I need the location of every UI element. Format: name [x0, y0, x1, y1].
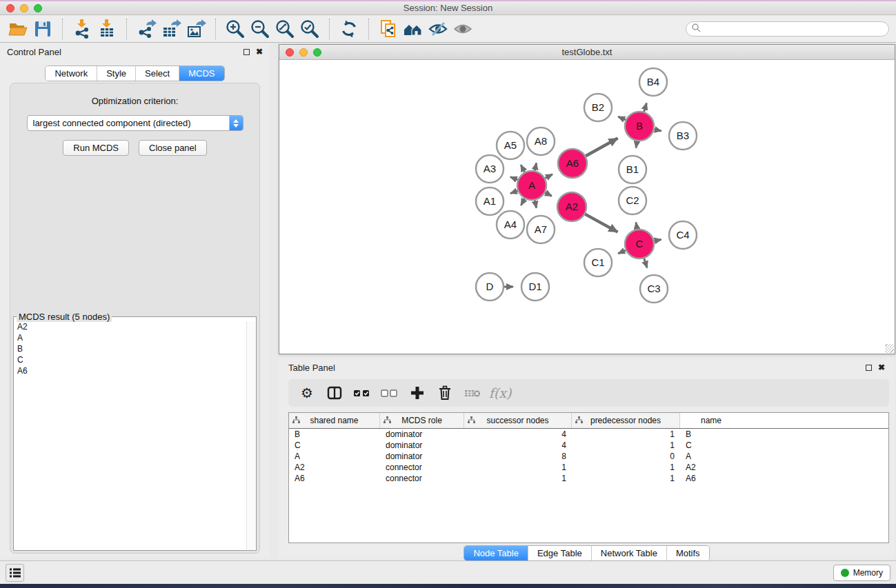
- graph-node-A[interactable]: A: [517, 171, 546, 200]
- graph-edge-C-C4[interactable]: [655, 239, 661, 241]
- graph-edge-A-A4[interactable]: [521, 199, 524, 205]
- table-cell[interactable]: 8: [464, 451, 572, 462]
- network-home-icon[interactable]: [401, 18, 426, 40]
- network-window-titlebar[interactable]: testGlobe.txt: [279, 45, 895, 60]
- table-cell[interactable]: [742, 429, 888, 440]
- graph-edge-A2-C[interactable]: [585, 214, 617, 232]
- graph-edge-A-A6[interactable]: [545, 174, 552, 179]
- graph-node-D[interactable]: D: [476, 273, 504, 301]
- tab-style[interactable]: Style: [97, 66, 135, 81]
- zoom-selected-icon[interactable]: [297, 18, 322, 40]
- run-mcds-button[interactable]: Run MCDS: [63, 140, 129, 156]
- graph-node-A5[interactable]: A5: [497, 132, 524, 159]
- mcds-result-item[interactable]: A2: [14, 321, 246, 332]
- graph-edge-A-A8[interactable]: [535, 163, 536, 170]
- float-panel-icon[interactable]: [243, 49, 250, 55]
- tab-mcds[interactable]: MCDS: [179, 66, 223, 81]
- table-row[interactable]: Cdominator41C: [289, 440, 888, 451]
- table-cell[interactable]: A2: [680, 462, 742, 473]
- table-cell[interactable]: 1: [464, 473, 572, 484]
- column-header-mcds-role[interactable]: MCDS role: [380, 413, 464, 428]
- table-cell[interactable]: dominator: [380, 429, 464, 440]
- table-cell[interactable]: connector: [380, 462, 464, 473]
- table-cell[interactable]: 1: [572, 429, 680, 440]
- zoom-fit-icon[interactable]: [272, 18, 297, 40]
- export-table-icon[interactable]: [159, 18, 183, 40]
- graph-edge-C-C3[interactable]: [644, 258, 647, 268]
- select-all-icon[interactable]: [353, 384, 371, 402]
- graph-edge-B-B1[interactable]: [636, 141, 637, 148]
- export-image-icon[interactable]: [183, 18, 208, 40]
- graph-node-A3[interactable]: A3: [476, 155, 504, 183]
- graph-node-B4[interactable]: B4: [639, 68, 667, 96]
- graph-edge-A-A5[interactable]: [521, 165, 525, 172]
- tab-network[interactable]: Network: [46, 66, 97, 81]
- graph-edge-C-C1[interactable]: [618, 250, 626, 254]
- clone-network-icon[interactable]: [376, 18, 401, 40]
- graph-node-B3[interactable]: B3: [669, 122, 697, 150]
- column-header-successor-nodes[interactable]: successor nodes: [464, 413, 572, 428]
- table-row[interactable]: Bdominator41B: [289, 429, 888, 440]
- table-row[interactable]: Adominator80A: [289, 451, 888, 462]
- graph-node-C2[interactable]: C2: [619, 187, 646, 214]
- task-history-button[interactable]: [6, 564, 24, 582]
- table-cell[interactable]: dominator: [380, 440, 464, 451]
- zoom-out-icon[interactable]: [248, 18, 272, 40]
- table-row[interactable]: A2connector11A2: [289, 462, 888, 473]
- close-panel-button[interactable]: Close panel: [139, 140, 207, 156]
- close-panel-icon[interactable]: ✖: [878, 364, 885, 371]
- deselect-all-icon[interactable]: [381, 384, 399, 402]
- graph-edge-A-A7[interactable]: [535, 201, 536, 208]
- graph-node-C[interactable]: C: [625, 230, 654, 258]
- column-layout-icon[interactable]: [326, 384, 344, 402]
- close-panel-icon[interactable]: ✖: [256, 48, 263, 55]
- graph-node-A1[interactable]: A1: [476, 187, 504, 215]
- table-cell[interactable]: C: [680, 440, 742, 451]
- tab-motifs[interactable]: Motifs: [666, 546, 709, 560]
- table-cell[interactable]: dominator: [380, 451, 464, 462]
- graph-edge-A-A1[interactable]: [510, 191, 517, 194]
- open-file-icon[interactable]: [6, 18, 30, 40]
- import-table-icon[interactable]: [94, 18, 119, 40]
- settings-gear-icon[interactable]: ⚙: [298, 384, 316, 402]
- mcds-result-scrollbar[interactable]: [246, 321, 255, 549]
- graph-node-A8[interactable]: A8: [527, 128, 555, 155]
- table-cell[interactable]: 1: [572, 440, 680, 451]
- graph-edge-C-C2[interactable]: [636, 223, 637, 230]
- graph-node-C1[interactable]: C1: [584, 249, 612, 276]
- graph-node-A2[interactable]: A2: [557, 192, 586, 221]
- graph-node-C4[interactable]: C4: [669, 221, 697, 249]
- tab-edge-table[interactable]: Edge Table: [528, 546, 591, 560]
- table-cell[interactable]: B: [289, 429, 380, 440]
- table-cell[interactable]: [742, 462, 888, 473]
- column-header-name[interactable]: name: [680, 413, 742, 428]
- table-cell[interactable]: A6: [680, 473, 742, 484]
- refresh-icon[interactable]: [337, 18, 361, 40]
- table-cell[interactable]: 1: [464, 462, 572, 473]
- graph-node-B1[interactable]: B1: [619, 156, 646, 183]
- add-column-icon[interactable]: [408, 384, 426, 402]
- tab-network-table[interactable]: Network Table: [591, 546, 666, 560]
- column-header-shared-name[interactable]: shared name: [289, 413, 380, 428]
- table-cell[interactable]: A2: [289, 462, 380, 473]
- table-cell[interactable]: [742, 473, 888, 484]
- table-cell[interactable]: 0: [572, 451, 680, 462]
- graph-node-B2[interactable]: B2: [584, 94, 612, 121]
- graph-edge-B-B4[interactable]: [644, 103, 647, 112]
- table-cell[interactable]: 4: [464, 440, 572, 451]
- column-header-predecessor-nodes[interactable]: predecessor nodes: [572, 413, 680, 428]
- network-graph[interactable]: B4B2BB3A5A8A6B1A3AA1C2A2A4A7C4CC1C3DD1: [279, 60, 895, 354]
- hide-selected-icon[interactable]: [426, 18, 450, 40]
- criterion-dropdown[interactable]: largest connected component (directed): [27, 115, 243, 131]
- delete-column-icon[interactable]: [436, 384, 454, 402]
- graph-node-A4[interactable]: A4: [497, 211, 524, 239]
- table-cell[interactable]: 1: [572, 462, 680, 473]
- tab-select[interactable]: Select: [135, 66, 179, 81]
- mcds-result-item[interactable]: B: [14, 343, 246, 354]
- zoom-in-icon[interactable]: [223, 18, 248, 40]
- graph-node-D1[interactable]: D1: [521, 273, 549, 301]
- graph-node-A6[interactable]: A6: [558, 149, 587, 178]
- table-cell[interactable]: B: [680, 429, 742, 440]
- window-resize-grip[interactable]: [885, 344, 894, 353]
- graph-edge-B-B2[interactable]: [618, 116, 626, 120]
